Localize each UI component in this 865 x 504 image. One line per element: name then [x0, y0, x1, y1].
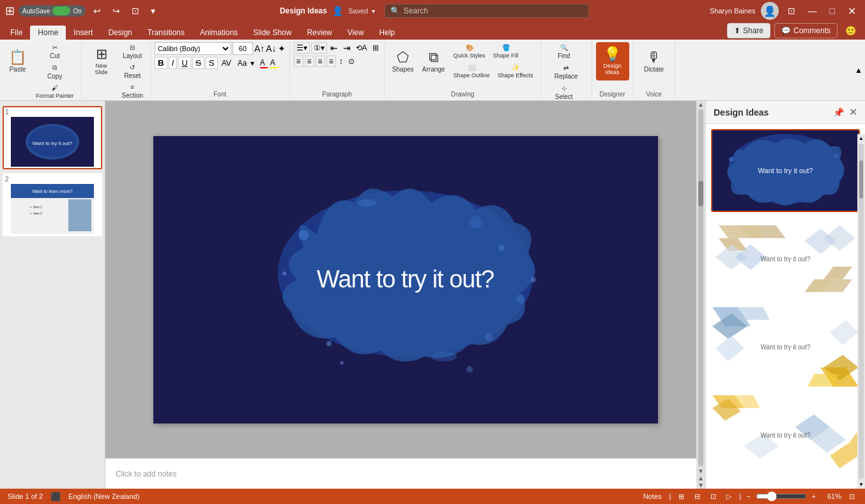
shadow-button[interactable]: S: [206, 57, 218, 69]
layout-button[interactable]: ⊟ Layout: [119, 42, 146, 61]
normal-view-button[interactable]: ⊞: [676, 491, 687, 502]
align-right-button[interactable]: ≡: [316, 56, 325, 67]
tab-file[interactable]: File: [3, 26, 30, 40]
scroll-down-btn1[interactable]: ▼: [696, 468, 705, 475]
tab-help[interactable]: Help: [372, 26, 403, 40]
fit-to-window-button[interactable]: ⊡: [846, 491, 857, 502]
canvas-scrollbar[interactable]: ▲ ▼ ▲ ▼: [696, 101, 705, 489]
slide-content[interactable]: Want to try it out?: [153, 136, 658, 424]
align-left-button[interactable]: ≡: [294, 56, 303, 67]
slide-main-text[interactable]: Want to try it out?: [317, 266, 494, 293]
scroll-up-btn2[interactable]: ▲: [696, 475, 705, 482]
bullets-button[interactable]: ☰▾: [294, 42, 310, 54]
slide-thumb-2[interactable]: 2 Want to learn more? • Item 1 • Item 2: [3, 173, 102, 236]
new-slide-button[interactable]: ⊞ New Slide: [86, 42, 118, 80]
zoom-slider[interactable]: [756, 491, 807, 501]
indent-more-button[interactable]: ⇥: [341, 42, 353, 54]
design-idea-4[interactable]: Want to try it out?: [711, 393, 860, 477]
language-label[interactable]: English (New Zealand): [68, 493, 139, 500]
ribbon-collapse-button[interactable]: ▲: [855, 66, 862, 75]
italic-button[interactable]: I: [169, 57, 178, 69]
restore-ribbon-button[interactable]: ⊡: [784, 4, 799, 17]
slide-thumb-1[interactable]: 1 Want to try it out?: [3, 106, 102, 169]
quick-styles-button[interactable]: 🎨 Quick Styles: [450, 42, 489, 61]
redo-button[interactable]: ↪: [109, 4, 124, 17]
design-ideas-ribbon-button[interactable]: 💡 Design Ideas: [596, 42, 629, 80]
section-button[interactable]: ≡ Section: [119, 82, 146, 101]
notes-bar[interactable]: Click to add notes: [105, 458, 705, 489]
slide-canvas[interactable]: Want to try it out?: [105, 101, 705, 458]
smart-art-button[interactable]: ⊙: [346, 56, 356, 66]
shape-fill-button[interactable]: 🪣 Shape Fill: [490, 42, 522, 61]
design-idea-3[interactable]: Want to try it out?: [711, 305, 860, 388]
reset-button[interactable]: ↺ Reset: [119, 62, 146, 81]
design-idea-1[interactable]: Want to try it out?: [711, 129, 860, 212]
text-direction-button[interactable]: ⟲A: [354, 43, 369, 53]
tab-view[interactable]: View: [340, 26, 372, 40]
design-panel-scrollbar[interactable]: ▲ ▼: [857, 134, 865, 489]
tab-animations[interactable]: Animations: [192, 26, 245, 40]
design-scroll-down[interactable]: ▼: [857, 480, 865, 489]
smiley-button[interactable]: 🙂: [841, 24, 860, 37]
cut-button[interactable]: ✂ Cut: [33, 42, 77, 61]
font-grow-icon[interactable]: A↑: [254, 43, 264, 54]
tab-slide-show[interactable]: Slide Show: [245, 26, 299, 40]
strikethrough-button[interactable]: S: [192, 57, 204, 69]
font-spacing-button[interactable]: AV: [219, 58, 234, 68]
indent-less-button[interactable]: ⇤: [328, 42, 340, 54]
maximize-button[interactable]: □: [826, 4, 839, 17]
customize-qat-button[interactable]: ▾: [147, 4, 159, 17]
share-button[interactable]: ⬆ Share: [727, 23, 770, 38]
search-box[interactable]: 🔍 Search: [385, 4, 589, 18]
autosave-toggle[interactable]: [52, 6, 70, 15]
scroll-thumb[interactable]: [698, 181, 703, 206]
shapes-button[interactable]: ⬠ Shapes: [389, 42, 417, 80]
design-panel-close-button[interactable]: ✕: [849, 106, 857, 118]
design-idea-2[interactable]: Want to try it out?: [711, 217, 860, 300]
comments-button[interactable]: 💬 Comments: [774, 23, 838, 38]
quick-access-button[interactable]: ⊡: [128, 4, 143, 17]
zoom-out-icon[interactable]: −: [746, 493, 750, 500]
close-button[interactable]: ✕: [844, 4, 860, 19]
justify-button[interactable]: ≡: [326, 56, 336, 67]
scroll-down-btn2[interactable]: ▼: [696, 482, 705, 489]
tab-design[interactable]: Design: [100, 26, 139, 40]
case-dropdown[interactable]: ▾: [250, 59, 254, 68]
tab-review[interactable]: Review: [299, 26, 339, 40]
notes-tab-button[interactable]: Notes: [641, 491, 664, 501]
zoom-level[interactable]: 61%: [821, 493, 841, 500]
find-button[interactable]: 🔍 Find: [551, 42, 577, 61]
arrange-button[interactable]: ⧉ Arrange: [420, 42, 448, 80]
highlight-button[interactable]: A: [270, 57, 279, 69]
align-center-button[interactable]: ≡: [305, 56, 314, 67]
font-size-select[interactable]: [233, 42, 253, 55]
columns-button[interactable]: ⊞: [371, 43, 381, 53]
shape-effects-button[interactable]: ✨ Shape Effects: [494, 62, 537, 80]
tab-transitions[interactable]: Transitions: [140, 26, 192, 40]
font-family-select[interactable]: Calibri (Body): [155, 42, 231, 55]
replace-button[interactable]: ⇄ Replace: [551, 63, 581, 82]
minimize-button[interactable]: —: [804, 4, 821, 17]
clear-format-icon[interactable]: ✦: [278, 43, 286, 54]
line-spacing-button[interactable]: ↕: [337, 56, 345, 66]
save-dropdown[interactable]: ▾: [372, 8, 375, 15]
font-size-input[interactable]: [233, 42, 253, 55]
font-shrink-icon[interactable]: A↓: [266, 43, 276, 54]
bold-button[interactable]: B: [155, 57, 167, 69]
undo-button[interactable]: ↩: [89, 4, 105, 17]
scroll-up-button[interactable]: ▲: [696, 101, 705, 108]
copy-button[interactable]: ⧉ Copy: [33, 62, 77, 82]
numbering-button[interactable]: ①▾: [311, 42, 327, 54]
format-painter-button[interactable]: 🖌 Format Painter: [33, 82, 77, 101]
tab-home[interactable]: Home: [30, 26, 66, 40]
slide-sorter-button[interactable]: ⊟: [692, 491, 703, 502]
slideshow-button[interactable]: ▷: [724, 491, 734, 502]
shape-outline-button[interactable]: ⬜ Shape Outline: [450, 62, 493, 80]
reading-view-button[interactable]: ⊡: [708, 491, 719, 502]
tab-insert[interactable]: Insert: [66, 26, 100, 40]
paste-button[interactable]: 📋 Paste: [4, 42, 31, 80]
change-case-button[interactable]: Aa: [235, 58, 250, 68]
design-panel-pin-button[interactable]: 📌: [833, 107, 844, 118]
design-scroll-up[interactable]: ▲: [857, 134, 865, 142]
dictate-button[interactable]: 🎙 Dictate: [638, 42, 671, 80]
